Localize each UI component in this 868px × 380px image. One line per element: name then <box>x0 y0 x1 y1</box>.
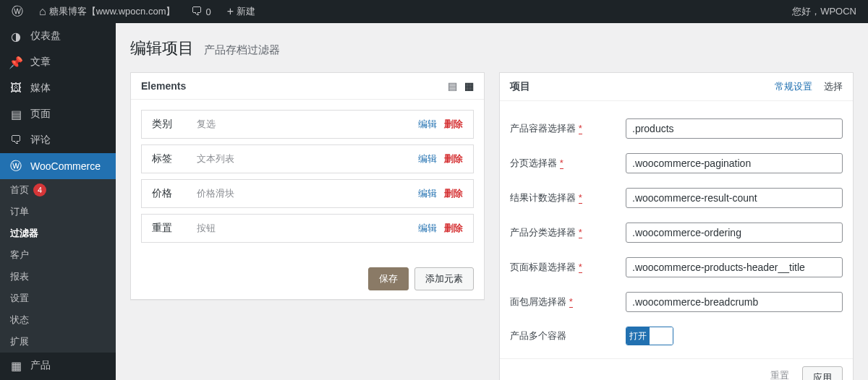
view-list-icon[interactable]: ▤ <box>448 80 457 92</box>
element-name: 价格 <box>152 187 184 200</box>
element-row: 标签文本列表编辑删除 <box>141 144 474 173</box>
element-edit-link[interactable]: 编辑 <box>418 187 437 200</box>
field-label: 面包屑选择器 * <box>510 295 626 308</box>
element-delete-link[interactable]: 删除 <box>444 118 463 131</box>
project-heading: 项目 <box>510 80 530 93</box>
elements-panel-head: Elements ▤ ▦ <box>131 73 484 100</box>
field-input[interactable] <box>626 257 843 277</box>
comment-icon: 🗨 <box>9 133 23 147</box>
project-panel-head: 项目 常规设置 选择 <box>500 73 853 101</box>
woocommerce-submenu: 首页4 订单 过滤器 客户 报表 设置 状态 扩展 <box>0 179 116 353</box>
element-row: 类别复选编辑删除 <box>141 110 474 139</box>
field-label: 页面标题选择器 * <box>510 261 626 274</box>
elements-panel: Elements ▤ ▦ 类别复选编辑删除标签文本列表编辑删除价格价格滑块编辑删… <box>130 72 485 300</box>
submenu-item-orders[interactable]: 订单 <box>0 201 116 223</box>
element-type: 文本列表 <box>197 152 234 165</box>
element-row: 价格价格滑块编辑删除 <box>141 179 474 208</box>
tab-select[interactable]: 选择 <box>824 80 843 93</box>
elements-heading: Elements <box>141 80 186 92</box>
admin-sidebar: ◑仪表盘 📌文章 🖼媒体 ▤页面 🗨评论 ⓦWooCommerce 首页4 订单… <box>0 23 116 380</box>
plus-icon: + <box>227 5 234 18</box>
greeting-text: 您好，WPOCN <box>792 5 856 18</box>
comments-link[interactable]: 🗨 0 <box>185 0 216 23</box>
field-row: 产品分类选择器 * <box>510 215 843 250</box>
wp-logo[interactable]: ⓦ <box>6 0 29 23</box>
product-icon: ▦ <box>9 358 23 373</box>
sidebar-item-posts[interactable]: 📌文章 <box>0 49 116 75</box>
add-element-button[interactable]: 添加元素 <box>414 267 474 290</box>
toggle-on-label: 打开 <box>626 327 650 345</box>
submenu-item-settings[interactable]: 设置 <box>0 288 116 309</box>
field-input[interactable] <box>626 118 843 139</box>
field-row: 分页选择器 * <box>510 146 843 181</box>
sidebar-item-woocommerce[interactable]: ⓦWooCommerce <box>0 153 116 179</box>
element-name: 类别 <box>152 118 184 131</box>
element-type: 价格滑块 <box>197 187 234 200</box>
view-grid-icon[interactable]: ▦ <box>464 80 474 92</box>
new-label: 新建 <box>237 5 255 18</box>
toggle-multi-container[interactable]: 打开 <box>626 327 673 345</box>
element-delete-link[interactable]: 删除 <box>444 222 463 235</box>
sidebar-item-media[interactable]: 🖼媒体 <box>0 75 116 101</box>
submenu-item-customers[interactable]: 客户 <box>0 244 116 266</box>
element-row: 重置按钮编辑删除 <box>141 214 474 243</box>
woocommerce-icon: ⓦ <box>9 159 23 173</box>
tab-general[interactable]: 常规设置 <box>775 80 812 93</box>
site-name-link[interactable]: ⌂ 糖果博客【www.wpocn.com】 <box>33 0 181 23</box>
submenu-item-extensions[interactable]: 扩展 <box>0 331 116 353</box>
element-type: 复选 <box>197 118 216 131</box>
toggle-off-space <box>650 327 673 345</box>
admin-bar: ⓦ ⌂ 糖果博客【www.wpocn.com】 🗨 0 + 新建 您好，WPOC… <box>0 0 868 23</box>
submenu-item-reports[interactable]: 报表 <box>0 266 116 288</box>
field-row: 结果计数选择器 * <box>510 181 843 215</box>
element-edit-link[interactable]: 编辑 <box>418 152 437 165</box>
wordpress-icon: ⓦ <box>12 4 23 20</box>
new-content-link[interactable]: + 新建 <box>221 0 261 23</box>
field-input[interactable] <box>626 188 843 208</box>
element-type: 按钮 <box>197 222 216 235</box>
save-button[interactable]: 保存 <box>368 267 409 290</box>
comment-icon: 🗨 <box>191 5 203 18</box>
field-input[interactable] <box>626 292 843 312</box>
element-delete-link[interactable]: 删除 <box>444 152 463 165</box>
sidebar-item-pages[interactable]: ▤页面 <box>0 101 116 127</box>
field-label: 产品多个容器 <box>510 329 626 342</box>
main-content: 编辑项目 产品存档过滤器 Elements ▤ ▦ 类别复选编辑删除标签文本列表… <box>116 23 868 380</box>
sidebar-item-comments[interactable]: 🗨评论 <box>0 127 116 153</box>
element-delete-link[interactable]: 删除 <box>444 187 463 200</box>
field-label: 产品容器选择器 * <box>510 122 626 135</box>
comments-count: 0 <box>205 7 210 17</box>
apply-button[interactable]: 应用 <box>802 366 843 380</box>
field-label: 产品分类选择器 * <box>510 226 626 239</box>
dashboard-icon: ◑ <box>9 29 23 43</box>
field-label: 分页选择器 * <box>510 157 626 170</box>
field-label: 结果计数选择器 * <box>510 191 626 204</box>
sidebar-item-products[interactable]: ▦产品 <box>0 353 116 379</box>
page-title: 编辑项目 产品存档过滤器 <box>130 38 854 59</box>
field-row: 产品容器选择器 * <box>510 111 843 146</box>
page-icon: ▤ <box>9 107 23 121</box>
element-edit-link[interactable]: 编辑 <box>418 118 437 131</box>
user-greeting[interactable]: 您好，WPOCN <box>786 0 862 23</box>
pin-icon: 📌 <box>9 55 23 69</box>
field-input[interactable] <box>626 153 843 173</box>
submenu-item-status[interactable]: 状态 <box>0 309 116 331</box>
home-badge: 4 <box>33 183 46 197</box>
site-name-text: 糖果博客【www.wpocn.com】 <box>49 5 176 18</box>
field-row: 页面标题选择器 * <box>510 250 843 285</box>
field-row: 面包屑选择器 * <box>510 285 843 319</box>
element-name: 标签 <box>152 152 184 165</box>
page-subtitle: 产品存档过滤器 <box>204 43 280 57</box>
submenu-item-home[interactable]: 首页4 <box>0 179 116 201</box>
field-row: 产品多个容器打开 <box>510 319 843 353</box>
project-panel: 项目 常规设置 选择 产品容器选择器 *分页选择器 *结果计数选择器 *产品分类… <box>499 72 854 380</box>
media-icon: 🖼 <box>9 81 23 95</box>
element-edit-link[interactable]: 编辑 <box>418 222 437 235</box>
sidebar-item-dashboard[interactable]: ◑仪表盘 <box>0 23 116 49</box>
reset-link[interactable]: 重置 <box>765 366 795 380</box>
field-input[interactable] <box>626 223 843 243</box>
home-icon: ⌂ <box>39 5 46 18</box>
element-name: 重置 <box>152 222 184 235</box>
submenu-item-filters[interactable]: 过滤器 <box>0 223 116 244</box>
